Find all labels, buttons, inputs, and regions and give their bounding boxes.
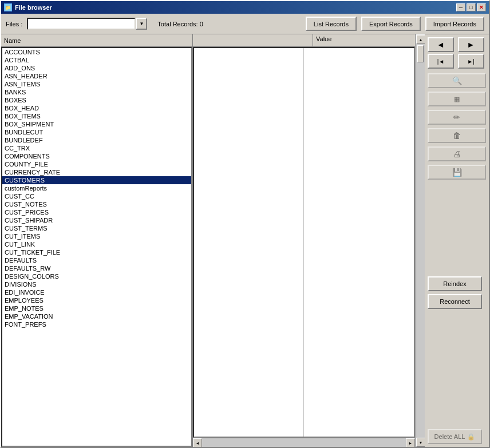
print-button[interactable]: 🖨 xyxy=(428,146,486,161)
data-name-header xyxy=(193,34,313,46)
reconnect-button[interactable]: Reconnect xyxy=(428,294,482,309)
list-item[interactable]: CUSTOMERS xyxy=(2,176,191,184)
list-item[interactable]: CUT_ITEMS xyxy=(2,232,191,240)
files-label: Files : xyxy=(6,21,22,27)
data-panel: Value ◄ ► xyxy=(193,34,416,447)
list-header: Name xyxy=(1,34,192,47)
list-item[interactable]: CUST_NOTES xyxy=(2,200,191,208)
window-icon: 📁 xyxy=(4,3,12,11)
list-item[interactable]: CUT_LINK xyxy=(2,240,191,248)
list-item[interactable]: BOX_ITEMS xyxy=(2,112,191,120)
nav-buttons: ◄ ► |◄ ►| xyxy=(428,37,486,69)
list-item[interactable]: customReports xyxy=(2,184,191,192)
file-list-container: Name ACCOUNTSACTBALADD_ONSASN_HEADERASN_… xyxy=(1,34,193,447)
hscroll-right-button[interactable]: ► xyxy=(406,438,415,447)
list-item[interactable]: CUST_TERMS xyxy=(2,224,191,232)
save-button[interactable]: 💾 xyxy=(428,165,486,180)
list-item[interactable]: BOXES xyxy=(2,96,191,104)
list-item[interactable]: BUNDLEDEF xyxy=(2,136,191,144)
action-buttons-group: 🔍 ▦ ✏ 🗑 🖨 💾 xyxy=(428,73,486,181)
list-item[interactable]: CUST_SHIPADR xyxy=(2,216,191,224)
list-item[interactable]: BUNDLECUT xyxy=(2,128,191,136)
filter-button[interactable]: ▦ xyxy=(428,92,486,106)
first-button[interactable]: |◄ xyxy=(428,54,454,69)
data-name-col xyxy=(194,48,304,437)
delete-all-label: Delete ALL xyxy=(434,433,465,440)
search-button[interactable]: 🔍 xyxy=(428,73,486,88)
vscroll-up-button[interactable]: ▲ xyxy=(416,35,425,44)
list-item[interactable]: CURRENCY_RATE xyxy=(2,168,191,176)
hscroll-track[interactable] xyxy=(202,438,406,447)
data-vertical-scrollbar[interactable]: ▲ ▼ xyxy=(416,34,425,447)
main-window: 📁 File browser ─ □ ✕ Files : ▼ Total Rec… xyxy=(0,0,490,448)
list-item[interactable]: CUST_PRICES xyxy=(2,208,191,216)
reindex-button[interactable]: Reindex xyxy=(428,276,482,291)
list-item[interactable]: ASN_ITEMS xyxy=(2,80,191,88)
bottom-section: Reindex Reconnect Delete ALL 🔒 xyxy=(428,276,486,444)
data-value-col xyxy=(304,48,414,437)
main-content: Name ACCOUNTSACTBALADD_ONSASN_HEADERASN_… xyxy=(1,34,489,447)
file-list[interactable]: ACCOUNTSACTBALADD_ONSASN_HEADERASN_ITEMS… xyxy=(1,47,192,447)
list-item[interactable]: COMPONENTS xyxy=(2,152,191,160)
lock-icon: 🔒 xyxy=(467,433,475,441)
next-button[interactable]: ► xyxy=(458,37,484,52)
list-item[interactable]: CUST_CC xyxy=(2,192,191,200)
list-item[interactable]: ACCOUNTS xyxy=(2,48,191,56)
list-item[interactable]: DESIGN_COLORS xyxy=(2,272,191,280)
vscroll-track[interactable] xyxy=(416,44,425,438)
vscroll-thumb[interactable] xyxy=(417,45,424,62)
list-item[interactable]: ADD_ONS xyxy=(2,64,191,72)
list-item[interactable]: ACTBAL xyxy=(2,56,191,64)
minimize-button[interactable]: ─ xyxy=(456,3,465,11)
maximize-button[interactable]: □ xyxy=(467,3,476,11)
title-bar-left: 📁 File browser xyxy=(4,3,52,11)
delete-row-button[interactable]: 🗑 xyxy=(428,128,486,143)
title-buttons: ─ □ ✕ xyxy=(456,3,486,11)
list-item[interactable]: BOX_HEAD xyxy=(2,104,191,112)
import-records-button[interactable]: Import Records xyxy=(425,17,484,31)
list-item[interactable]: DEFAULTS_RW xyxy=(2,264,191,272)
name-column-header: Name xyxy=(1,36,192,45)
list-item[interactable]: ASN_HEADER xyxy=(2,72,191,80)
horizontal-scrollbar[interactable]: ◄ ► xyxy=(193,438,415,447)
delete-all-button[interactable]: Delete ALL 🔒 xyxy=(428,429,482,444)
right-panel: ◄ ► |◄ ►| 🔍 ▦ ✏ 🗑 🖨 💾 Reindex Reconnect xyxy=(425,34,489,447)
title-bar: 📁 File browser ─ □ ✕ xyxy=(1,1,489,14)
list-item[interactable]: EMP_NOTES xyxy=(2,304,191,312)
toolbar: Files : ▼ Total Records: 0 List Records … xyxy=(1,14,489,34)
window-title: File browser xyxy=(15,4,52,11)
list-item[interactable]: EMP_VACATION xyxy=(2,312,191,320)
data-value-header: Value xyxy=(313,34,334,46)
list-item[interactable]: CC_TRX xyxy=(2,144,191,152)
vscroll-down-button[interactable]: ▼ xyxy=(416,438,425,447)
files-input[interactable] xyxy=(27,18,136,30)
list-item[interactable]: FONT_PREFS xyxy=(2,320,191,328)
dropdown-arrow-button[interactable]: ▼ xyxy=(136,18,147,30)
prev-button[interactable]: ◄ xyxy=(428,37,454,52)
export-records-button[interactable]: Export Records xyxy=(361,17,421,31)
edit-button[interactable]: ✏ xyxy=(428,110,486,125)
data-header: Value xyxy=(193,34,415,47)
list-item[interactable]: BANKS xyxy=(2,88,191,96)
list-item[interactable]: DIVISIONS xyxy=(2,280,191,288)
close-button[interactable]: ✕ xyxy=(477,3,486,11)
list-item[interactable]: COUNTY_FILE xyxy=(2,160,191,168)
last-button[interactable]: ►| xyxy=(458,54,484,69)
files-dropdown: ▼ xyxy=(27,18,153,30)
list-item[interactable]: EMPLOYEES xyxy=(2,296,191,304)
total-records-label: Total Records: 0 xyxy=(157,21,226,27)
data-content xyxy=(193,47,415,438)
hscroll-left-button[interactable]: ◄ xyxy=(193,438,202,447)
list-records-button[interactable]: List Records xyxy=(306,17,357,31)
left-panel: Name ACCOUNTSACTBALADD_ONSASN_HEADERASN_… xyxy=(1,34,425,447)
list-item[interactable]: DEFAULTS xyxy=(2,256,191,264)
list-item[interactable]: BOX_SHIPMENT xyxy=(2,120,191,128)
list-item[interactable]: EDI_INVOICE xyxy=(2,288,191,296)
list-item[interactable]: CUT_TICKET_FILE xyxy=(2,248,191,256)
